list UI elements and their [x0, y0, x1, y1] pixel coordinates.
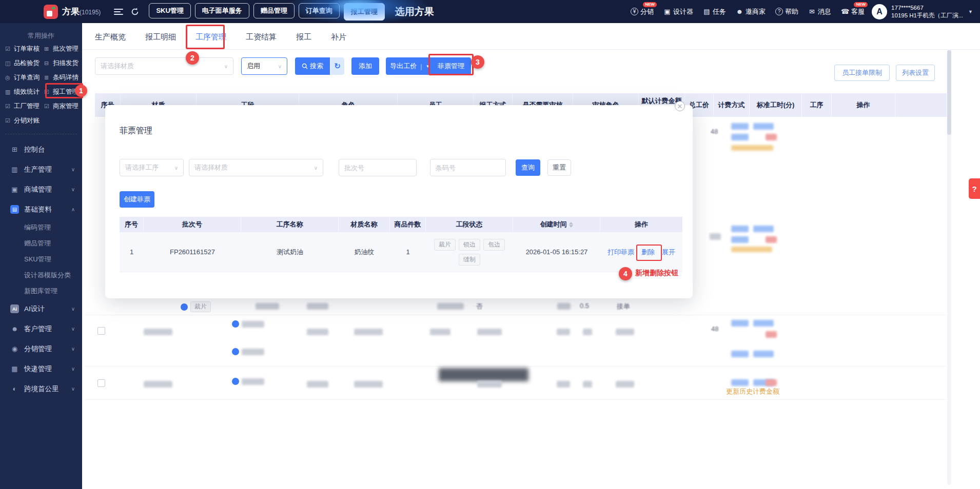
sidebar-quick-品检验货[interactable]: ◫品检验货: [5, 59, 44, 68]
sidebar-item-跨境首公里[interactable]: ◐跨境首公里∨: [0, 379, 82, 399]
sidebar-quick-分销对账[interactable]: ☑分销对账: [5, 116, 44, 125]
blurred-link: [731, 351, 749, 357]
sidebar: 常用操作 ☑订单审核⊞批次管理◫品检验货⊟扫描发货◎订单查询≣条码详情▥绩效统计…: [0, 23, 82, 489]
row-checkbox[interactable]: [97, 379, 105, 387]
sidebar-item-商城管理[interactable]: ▣商城管理∨: [0, 179, 82, 199]
page-title: 选用方果: [395, 5, 434, 18]
tab-报工明细[interactable]: 报工明细: [145, 32, 176, 42]
status-select[interactable]: 启用∨: [241, 57, 287, 75]
submenu-item-赠品管理[interactable]: 赠品管理: [0, 235, 82, 251]
submenu-item-编码管理[interactable]: 编码管理: [0, 219, 82, 235]
sidebar-item-快递管理[interactable]: ▦快递管理∨: [0, 359, 82, 379]
modal-barcode-input[interactable]: [430, 159, 506, 176]
tab-bar: 生产概览报工明细工序管理工资结算报工补片: [95, 25, 346, 49]
header-item-消息[interactable]: ✉消息: [808, 7, 831, 16]
quick-link-icon: ☑: [44, 89, 51, 95]
scrollbar-thumb[interactable]: [947, 50, 951, 135]
blurred-cell: [557, 329, 570, 335]
submenu-item-新图库管理[interactable]: 新图库管理: [0, 283, 82, 299]
material-select[interactable]: 请选择材质∨: [95, 57, 233, 75]
modal-column-header-创建时间[interactable]: 创建时间: [513, 217, 600, 232]
submenu-基础资料: 编码管理赠品管理SKU管理设计器模版分类新图库管理: [0, 219, 82, 299]
header-item-设计器[interactable]: ▣设计器: [663, 7, 693, 16]
employee-order-limit-button[interactable]: 员工接单限制: [834, 65, 890, 81]
blurred-cell: [557, 303, 571, 310]
sidebar-quick-订单审核[interactable]: ☑订单审核: [5, 45, 44, 53]
update-history-fee-link[interactable]: 更新历史计费金额: [726, 387, 779, 396]
stage-fragment: [232, 378, 264, 385]
sidebar-item-AI设计[interactable]: AiAI设计∨: [0, 299, 82, 319]
sidebar-quick-工厂管理[interactable]: ☑工厂管理: [5, 102, 44, 111]
sidebar-quick-订单查询[interactable]: ◎订单查询: [5, 73, 44, 82]
annotation-step-1: 1: [75, 85, 87, 97]
menu-icon: ◉: [10, 344, 19, 353]
export-price-button[interactable]: 导出工价|▼: [386, 57, 434, 75]
stage-tag: 裁片: [190, 301, 211, 312]
refresh-icon[interactable]: [130, 7, 140, 16]
quick-link-label: 分销对账: [14, 116, 40, 125]
sidebar-item-分销管理[interactable]: ◉分销管理∨: [0, 339, 82, 359]
tab-工序管理[interactable]: 工序管理: [195, 32, 226, 42]
blurred-cell: [144, 329, 172, 335]
modal-query-button[interactable]: 查询: [516, 159, 540, 176]
row-checkbox[interactable]: [97, 327, 105, 335]
sort-icon[interactable]: [569, 222, 573, 228]
tab-补片[interactable]: 补片: [331, 32, 346, 42]
search-button[interactable]: 搜索: [295, 57, 330, 75]
user-block[interactable]: A 177****5667 10195 H1手机壳（工厂演...: [872, 4, 963, 19]
modal-material-select[interactable]: 请选择材质∨: [189, 159, 323, 176]
sidebar-item-控制台[interactable]: ⊞控制台: [0, 139, 82, 159]
sidebar-quick-绩效统计[interactable]: ▥绩效统计: [5, 88, 44, 96]
header-item-邀商家[interactable]: ☻邀商家: [736, 7, 766, 16]
avatar: A: [872, 4, 887, 19]
header-item-任务[interactable]: ▤任务: [703, 7, 726, 16]
add-button[interactable]: 添加: [351, 57, 379, 75]
sidebar-quick-扫描发货[interactable]: ⊟扫描发货: [44, 59, 82, 68]
modal-process-select[interactable]: 请选择工序∨: [120, 159, 184, 176]
modal-close-icon[interactable]: ✕: [675, 101, 685, 111]
create-fei-ticket-button[interactable]: 创建菲票: [120, 191, 154, 208]
feedback-tab[interactable]: ?: [969, 178, 980, 199]
print-fei-ticket-link[interactable]: 打印菲票: [607, 248, 634, 257]
menu-label: 生产管理: [24, 165, 52, 174]
delete-link[interactable]: 删除: [641, 248, 655, 257]
modal-column-header-商品件数: 商品件数: [390, 217, 426, 232]
chevron-down-icon: ∨: [71, 167, 75, 172]
tab-工资结算[interactable]: 工资结算: [246, 32, 277, 42]
blurred-cell: [144, 381, 172, 388]
nav-button-电子面单服务[interactable]: 电子面单服务: [195, 3, 249, 18]
user-account: 10195 H1手机壳（工厂演...: [891, 12, 963, 19]
sidebar-quick-批次管理[interactable]: ⊞批次管理: [44, 45, 82, 53]
modal-column-label: 操作: [635, 220, 648, 229]
sidebar-item-客户管理[interactable]: ☻客户管理∨: [0, 319, 82, 339]
fei-ticket-manage-button[interactable]: 菲票管理: [431, 57, 471, 75]
modal-reset-button[interactable]: 重置: [547, 159, 571, 176]
stage-tag-包边: 包边: [483, 239, 505, 251]
tab-报工[interactable]: 报工: [296, 32, 311, 42]
quick-link-label: 订单审核: [14, 45, 40, 53]
app-name: 方果(10195): [62, 6, 101, 17]
blurred-cell: [354, 329, 383, 335]
sidebar-item-基础资料[interactable]: ▤基础资料∧: [0, 199, 82, 219]
nav-button-SKU管理[interactable]: SKU管理: [149, 3, 190, 18]
header-item-客服[interactable]: ☎客服NEW: [841, 7, 865, 16]
blurred-danger-link: [766, 134, 777, 140]
header-item-分销[interactable]: ¥分销NEW: [631, 7, 654, 16]
user-dropdown-caret-icon[interactable]: ▼: [968, 9, 973, 14]
refresh-list-button[interactable]: ↻: [330, 57, 344, 75]
sidebar-item-生产管理[interactable]: ▥生产管理∨: [0, 159, 82, 179]
submenu-item-SKU管理[interactable]: SKU管理: [0, 251, 82, 267]
list-settings-button[interactable]: 列表设置: [896, 65, 935, 81]
submenu-item-设计器模版分类[interactable]: 设计器模版分类: [0, 267, 82, 283]
nav-button-赠品管理[interactable]: 赠品管理: [253, 3, 295, 18]
sidebar-quick-商家管理[interactable]: ☑商家管理: [44, 102, 82, 111]
search-icon: [302, 63, 308, 69]
menu-collapse-icon[interactable]: [114, 9, 123, 15]
tab-生产概览[interactable]: 生产概览: [95, 32, 126, 42]
header-item-帮助[interactable]: ?帮助: [775, 7, 798, 16]
stage-tag-裁片: 裁片: [434, 239, 456, 251]
menu-label: AI设计: [24, 304, 45, 314]
modal-batch-input[interactable]: [339, 159, 417, 176]
sidebar-quick-条码详情[interactable]: ≣条码详情: [44, 73, 82, 82]
expand-link[interactable]: 展开: [662, 248, 675, 257]
